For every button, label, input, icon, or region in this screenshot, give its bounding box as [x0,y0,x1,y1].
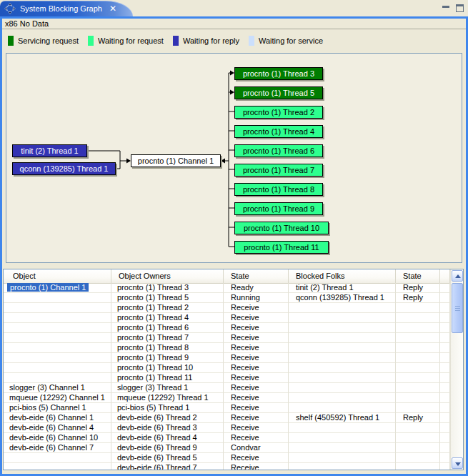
legend-swatch-icon [88,36,94,46]
legend: Servicing requestWaiting for requestWait… [8,35,323,46]
legend-item: Waiting for service [249,36,323,46]
graph-node-right-thread[interactable]: procnto (1) Thread 3 [234,67,323,80]
table-row[interactable]: procnto (1) Thread 2Receive [4,303,450,313]
table-cell: devb-eide (6) Thread 4 [111,433,224,443]
table-cell [4,313,111,323]
table-cell: Receive [224,323,289,333]
table-row[interactable]: slogger (3) Channel 1slogger (3) Thread … [4,383,450,393]
table-cell [396,393,440,403]
graph-node-right-thread[interactable]: procnto (1) Thread 10 [234,222,329,234]
table-header: ObjectObject OwnersStateBlocked FolksSta… [4,269,450,284]
table-cell [289,363,396,373]
table-row[interactable]: procnto (1) Thread 6Receive [4,323,450,333]
graph-node-right-thread[interactable]: procnto (1) Thread 11 [234,241,329,254]
table-cell [440,453,450,463]
table-row[interactable]: pci-bios (5) Channel 1pci-bios (5) Threa… [4,403,450,413]
table-cell: devb-eide (6) Channel 4 [4,423,111,433]
table-cell: devb-eide (6) Thread 3 [111,423,224,433]
legend-swatch-icon [173,36,179,46]
table-cell [396,403,440,413]
table-cell [289,423,396,433]
table-cell [440,353,450,363]
table-cell: Ready [224,283,289,293]
scrollbar-thumb[interactable] [452,283,463,333]
table-cell: procnto (1) Thread 8 [111,343,224,353]
table-cell: procnto (1) Thread 4 [111,313,224,323]
graph-node-right-thread[interactable]: procnto (1) Thread 5 [234,86,323,99]
table-cell: Condvar [224,443,289,453]
table-cell: Receive [224,453,289,463]
table-row[interactable]: mqueue (12292) Channel 1mqueue (12292) T… [4,393,450,403]
table-cell: slogger (3) Channel 1 [4,383,111,393]
table-row[interactable]: procnto (1) Thread 8Receive [4,343,450,353]
tab-close-icon[interactable]: ✕ [109,4,116,13]
graph-node-right-thread[interactable]: procnto (1) Thread 6 [234,144,323,157]
graph-node-channel[interactable]: procnto (1) Channel 1 [131,154,221,167]
legend-swatch-icon [8,36,14,46]
table-cell [289,443,396,453]
column-header-blocked-folks[interactable]: Blocked Folks [289,269,396,283]
blocking-table: ObjectObject OwnersStateBlocked FolksSta… [3,269,464,470]
graph-node-right-thread[interactable]: procnto (1) Thread 8 [234,183,323,196]
table-body: procnto (1) Channel 1procnto (1) Thread … [4,283,450,470]
table-cell [4,463,111,470]
table-cell: Receive [224,333,289,343]
table-cell: mqueue (12292) Channel 1 [4,393,111,403]
maximize-icon[interactable] [456,4,464,12]
table-cell: Receive [224,343,289,353]
table-cell [396,423,440,433]
table-cell: pci-bios (5) Channel 1 [4,403,111,413]
table-cell: Receive [224,423,289,433]
table-row[interactable]: devb-eide (6) Channel 10devb-eide (6) Th… [4,433,450,443]
graph-node-left-thread[interactable]: tinit (2) Thread 1 [12,144,87,157]
table-cell: Receive [224,363,289,373]
table-row[interactable]: procnto (1) Thread 9Receive [4,353,450,363]
table-cell [396,453,440,463]
scroll-down-button[interactable] [452,457,463,469]
table-cell: slogger (3) Thread 1 [111,383,224,393]
table-row[interactable]: devb-eide (6) Thread 7Receive [4,463,450,470]
table-row[interactable]: procnto (1) Channel 1procnto (1) Thread … [4,283,450,293]
table-row[interactable]: procnto (1) Thread 4Receive [4,313,450,323]
table-cell: Receive [224,353,289,363]
minimize-icon[interactable] [442,4,450,13]
graph-node-right-thread[interactable]: procnto (1) Thread 4 [234,125,323,138]
table-row[interactable]: procnto (1) Thread 10Receive [4,363,450,373]
table-cell: procnto (1) Thread 6 [111,323,224,333]
table-cell: shelf (450592) Thread 1 [289,413,396,423]
column-header-object[interactable]: Object [4,269,111,283]
column-header-object-owners[interactable]: Object Owners [111,269,224,283]
table-cell: devb-eide (6) Channel 7 [4,443,111,453]
blocking-graph-canvas[interactable]: tinit (2) Thread 1qconn (139285) Thread … [6,53,462,263]
tab-system-blocking-graph[interactable]: System Blocking Graph ✕ [0,1,133,16]
table-row[interactable]: procnto (1) Thread 11Receive [4,373,450,383]
table-row[interactable]: devb-eide (6) Thread 5Receive [4,453,450,463]
column-header-state[interactable]: State [396,269,440,283]
table-cell: procnto (1) Thread 7 [111,333,224,343]
graph-node-right-thread[interactable]: procnto (1) Thread 9 [234,202,323,215]
table-row[interactable]: procnto (1) Thread 5Runningqconn (139285… [4,293,450,303]
table-cell [289,353,396,363]
table-cell: Receive [224,313,289,323]
graph-node-right-thread[interactable]: procnto (1) Thread 2 [234,106,323,119]
graph-node-right-thread[interactable]: procnto (1) Thread 7 [234,164,323,177]
table-row[interactable]: devb-eide (6) Channel 7devb-eide (6) Thr… [4,443,450,453]
column-header-state[interactable]: State [224,269,289,283]
vertical-scrollbar[interactable] [450,269,463,470]
table-cell [396,323,440,333]
table-cell [440,433,450,443]
table-cell [289,333,396,343]
table-cell [396,333,440,343]
thumb-grip-icon [455,306,460,307]
table-row[interactable]: devb-eide (6) Channel 1devb-eide (6) Thr… [4,413,450,423]
selected-cell[interactable]: procnto (1) Channel 1 [7,283,89,292]
table-cell [440,393,450,403]
table-cell [396,443,440,453]
scroll-up-button[interactable] [452,270,463,282]
table-cell: qconn (139285) Thread 1 [289,293,396,303]
table-cell: procnto (1) Thread 11 [111,373,224,383]
table-row[interactable]: devb-eide (6) Channel 4devb-eide (6) Thr… [4,423,450,433]
graph-node-left-thread[interactable]: qconn (139285) Thread 1 [12,162,116,175]
blocking-graph-icon [4,3,16,14]
table-row[interactable]: procnto (1) Thread 7Receive [4,333,450,343]
